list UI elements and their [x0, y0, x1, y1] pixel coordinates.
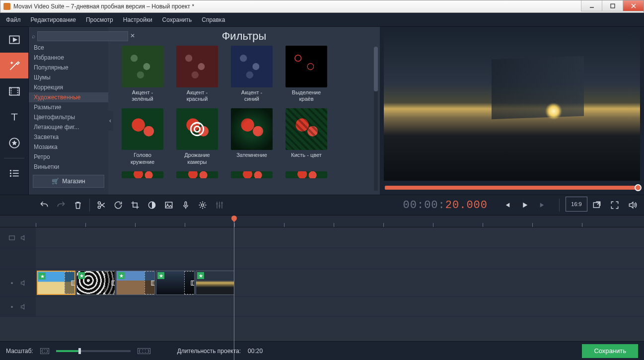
svg-point-24: [202, 204, 204, 207]
filter-label: Акцент - зелёный: [116, 89, 169, 102]
filter-category-item[interactable]: Коррекция: [29, 82, 108, 92]
svg-point-17: [194, 127, 200, 132]
filter-category-item[interactable]: Популярные: [29, 63, 108, 72]
filter-item[interactable]: Затемнение: [225, 108, 278, 165]
image-button[interactable]: [160, 197, 177, 214]
status-bar: Масштаб: Длительность проекта: 00:20 Сох…: [0, 341, 644, 360]
window-close-button[interactable]: [623, 0, 644, 11]
video-track-head[interactable]: [0, 269, 36, 296]
rail-stickers-button[interactable]: [0, 130, 28, 156]
filter-item[interactable]: Выделение краёв: [280, 46, 333, 102]
save-button[interactable]: Сохранить: [582, 344, 638, 358]
rail-media-button[interactable]: [0, 27, 28, 53]
filter-category-item[interactable]: Мозаика: [29, 142, 108, 152]
star-icon: ★: [157, 272, 164, 279]
filter-thumbnail: [176, 46, 218, 87]
rotate-button[interactable]: [110, 197, 127, 214]
window-title: Movavi Video Suite – 7-дневная пробная в…: [13, 3, 194, 10]
timeline-ruler[interactable]: 00:00:0000:00:0500:00:1000:00:1500:00:20…: [0, 216, 644, 227]
filter-category-item[interactable]: Засветка: [29, 132, 108, 142]
fullscreen-button[interactable]: [606, 197, 623, 214]
filter-thumbnail: [122, 46, 163, 87]
filter-grid: Акцент - зелёныйАкцент - красныйАкцент -…: [116, 46, 372, 180]
clip-3[interactable]: ★: [116, 271, 155, 295]
audio-track-head[interactable]: [0, 297, 36, 316]
filter-category-item[interactable]: Художественные: [29, 92, 108, 102]
timeline-tracks: ★ ★ ★ ★ ★: [0, 227, 644, 339]
duration-label: Длительность проекта:: [177, 348, 241, 355]
shop-button[interactable]: 🛒 Магазин: [33, 175, 104, 188]
volume-button[interactable]: [624, 197, 641, 214]
filter-label: Выделение краёв: [280, 89, 333, 102]
aspect-ratio-button[interactable]: 16:9: [566, 197, 587, 212]
filter-category-item[interactable]: Летающие фиг...: [29, 122, 108, 132]
zoom-slider[interactable]: [56, 350, 131, 352]
redo-button[interactable]: [53, 197, 70, 214]
playhead[interactable]: [234, 216, 234, 360]
preview-video[interactable]: [384, 31, 640, 181]
zoom-in-icon[interactable]: [138, 348, 150, 354]
window-minimize-button[interactable]: [581, 0, 602, 11]
menu-bar: Файл Редактирование Просмотр Настройки С…: [0, 13, 644, 27]
star-icon: ★: [118, 272, 125, 279]
filter-item[interactable]: Кисть - цвет: [280, 108, 333, 165]
menu-settings[interactable]: Настройки: [123, 16, 152, 23]
star-icon: ★: [78, 272, 85, 279]
duration-value: 00:20: [248, 348, 263, 355]
menu-view[interactable]: Просмотр: [86, 16, 113, 23]
clip-2[interactable]: ★: [76, 271, 115, 295]
clip-5[interactable]: ★: [196, 271, 234, 295]
record-audio-button[interactable]: [177, 197, 194, 214]
filter-category-item[interactable]: Виньетки: [29, 162, 108, 172]
filter-category-item[interactable]: Избранное: [29, 53, 108, 63]
menu-file[interactable]: Файл: [6, 16, 21, 23]
window-maximize-button[interactable]: [602, 0, 623, 11]
menu-help[interactable]: Справка: [202, 16, 225, 23]
filter-item[interactable]: Голово кружение: [116, 108, 169, 165]
svg-point-16: [191, 123, 204, 136]
delete-button[interactable]: [70, 197, 86, 214]
filter-item[interactable]: Акцент - красный: [171, 46, 223, 102]
transition-icon[interactable]: [184, 271, 195, 294]
rail-filters-button[interactable]: [0, 53, 28, 78]
title-track-head[interactable]: [0, 248, 36, 269]
filter-category-item[interactable]: Ретро: [29, 152, 108, 162]
crop-button[interactable]: [127, 197, 143, 214]
svg-rect-23: [185, 202, 186, 206]
filter-item[interactable]: Акцент - зелёный: [116, 46, 169, 102]
filter-category-item[interactable]: Цветофильтры: [29, 112, 108, 122]
filter-scrollbar[interactable]: [374, 47, 378, 191]
preview-seek-bar[interactable]: [385, 186, 639, 190]
detach-preview-button[interactable]: [588, 197, 605, 214]
filter-category-item[interactable]: Размытие: [29, 102, 108, 112]
zoom-label: Масштаб:: [6, 348, 33, 355]
filter-thumbnail: [122, 108, 163, 150]
play-button[interactable]: [516, 197, 533, 214]
transition-icon[interactable]: [105, 271, 115, 294]
transition-icon[interactable]: [144, 271, 155, 294]
filter-category-item[interactable]: Все: [29, 43, 108, 53]
filter-item[interactable]: Акцент - синий: [225, 46, 278, 102]
clip-1[interactable]: ★: [37, 271, 75, 295]
undo-button[interactable]: [36, 197, 53, 214]
menu-save[interactable]: Сохранить: [162, 16, 192, 23]
rail-transitions-button[interactable]: [0, 78, 28, 104]
equalizer-button[interactable]: [211, 197, 228, 214]
split-button[interactable]: [93, 197, 110, 214]
transition-icon[interactable]: [65, 272, 75, 294]
video-track[interactable]: ★ ★ ★ ★ ★: [36, 269, 644, 296]
clip-4[interactable]: ★: [156, 271, 195, 295]
next-frame-button[interactable]: [534, 197, 551, 214]
rail-more-button[interactable]: [0, 160, 28, 186]
color-adjust-button[interactable]: [143, 197, 160, 214]
filter-category-item[interactable]: Шумы: [29, 72, 108, 82]
overlay-track-head[interactable]: [0, 227, 36, 248]
rail-titles-button[interactable]: [0, 104, 28, 130]
filter-item[interactable]: Дрожание камеры: [171, 108, 223, 165]
clip-properties-button[interactable]: [194, 197, 211, 214]
filter-thumbnail: [231, 46, 273, 87]
menu-edit[interactable]: Редактирование: [31, 16, 76, 23]
filter-label: Голово кружение: [116, 152, 169, 165]
prev-frame-button[interactable]: [499, 197, 515, 214]
zoom-out-icon[interactable]: [40, 348, 49, 354]
